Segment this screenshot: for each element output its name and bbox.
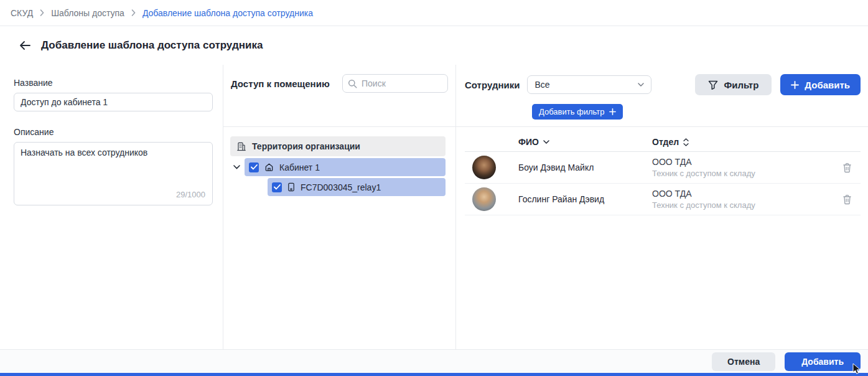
room-search bbox=[342, 74, 448, 93]
avatar bbox=[472, 187, 496, 211]
employee-row[interactable]: Боуи Дэвид Майкл ООО ТДА Техник с доступ… bbox=[465, 152, 861, 184]
trash-icon bbox=[842, 162, 852, 173]
breadcrumb-item-current: Добавление шаблона доступа сотрудника bbox=[142, 8, 313, 18]
bottom-accent-bar bbox=[0, 373, 868, 376]
employees-filter-select[interactable]: Все bbox=[527, 75, 651, 94]
tree-node-label: Кабинет 1 bbox=[279, 162, 320, 172]
page-header: Добавление шаблона доступа сотрудника bbox=[0, 26, 868, 65]
add-filter-button[interactable]: Добавить фильтр bbox=[532, 104, 623, 120]
add-filter-button-label: Добавить фильтр bbox=[539, 107, 605, 116]
device-checkbox[interactable] bbox=[272, 182, 282, 192]
cancel-button[interactable]: Отмена bbox=[712, 352, 775, 371]
char-counter: 29/1000 bbox=[176, 190, 205, 199]
employees-header: Сотрудники Все Фильтр bbox=[456, 65, 868, 127]
employees-title: Сотрудники bbox=[465, 80, 520, 90]
employee-name: Боуи Дэвид Майкл bbox=[518, 162, 652, 172]
add-employee-button[interactable]: Добавить bbox=[780, 74, 861, 95]
breadcrumb-item-skud[interactable]: СКУД bbox=[11, 8, 33, 18]
tree-root-territory[interactable]: Территория организации bbox=[230, 136, 446, 156]
search-icon bbox=[348, 79, 357, 88]
page-title: Добавление шаблона доступа сотрудника bbox=[41, 39, 263, 52]
funnel-icon bbox=[708, 80, 718, 90]
select-value: Все bbox=[534, 80, 549, 90]
room-checkbox[interactable] bbox=[249, 162, 259, 172]
avatar bbox=[472, 156, 496, 179]
employee-position: Техник с доступом к складу bbox=[652, 169, 833, 178]
room-access-title: Доступ к помещению bbox=[231, 78, 330, 89]
device-icon bbox=[287, 182, 295, 192]
column-header-department[interactable]: Отдел bbox=[652, 137, 833, 147]
employee-organization: ООО ТДА bbox=[652, 189, 833, 199]
employee-department: ООО ТДА Техник с доступом к складу bbox=[652, 189, 833, 210]
tree-node-device[interactable]: FC7D003045_relay1 bbox=[268, 178, 446, 196]
sort-down-icon bbox=[543, 140, 549, 144]
trash-icon bbox=[842, 194, 852, 205]
add-employee-button-label: Добавить bbox=[805, 80, 850, 90]
plus-icon bbox=[609, 108, 616, 115]
description-label: Описание bbox=[14, 127, 213, 137]
delete-employee-button[interactable] bbox=[833, 194, 861, 205]
description-field: Назначать на всех сотрудников 29/1000 bbox=[14, 142, 213, 205]
chevron-down-icon bbox=[233, 165, 240, 169]
back-button[interactable] bbox=[18, 39, 32, 52]
name-input[interactable] bbox=[14, 93, 213, 111]
room-access-header: Доступ к помещению bbox=[223, 65, 455, 127]
room-access-panel: Доступ к помещению Территория организаци… bbox=[223, 65, 456, 349]
employee-name: Гослинг Райан Дэвид bbox=[518, 194, 652, 204]
app-window: СКУД Шаблоны доступа Добавление шаблона … bbox=[0, 0, 868, 376]
employee-row[interactable]: Гослинг Райан Дэвид ООО ТДА Техник с дос… bbox=[465, 184, 861, 215]
tree-root-label: Территория организации bbox=[252, 141, 360, 151]
plus-icon bbox=[791, 81, 799, 89]
breadcrumb-item-templates[interactable]: Шаблоны доступа bbox=[51, 8, 124, 18]
column-header-name[interactable]: ФИО bbox=[518, 137, 652, 147]
name-label: Название bbox=[14, 78, 213, 88]
sort-both-icon bbox=[683, 138, 689, 146]
tree-row: FC7D003045_relay1 bbox=[230, 178, 446, 196]
room-tree: Территория организации bbox=[223, 127, 455, 196]
submit-button[interactable]: Добавить bbox=[785, 352, 861, 371]
tree-row: Кабинет 1 bbox=[230, 158, 446, 176]
chevron-right-icon bbox=[131, 9, 136, 16]
employees-table: ФИО Отдел Боуи Дэвид М bbox=[456, 127, 868, 215]
arrow-left-icon bbox=[19, 40, 30, 50]
breadcrumb: СКУД Шаблоны доступа Добавление шаблона … bbox=[0, 0, 868, 26]
employee-department: ООО ТДА Техник с доступом к складу bbox=[652, 157, 833, 178]
filter-button[interactable]: Фильтр bbox=[695, 74, 772, 95]
footer-actions: Отмена Добавить bbox=[0, 349, 868, 373]
tree-node-label: FC7D003045_relay1 bbox=[301, 182, 381, 192]
room-search-input[interactable] bbox=[342, 74, 448, 93]
employees-table-header: ФИО Отдел bbox=[465, 133, 861, 152]
tree-collapse-toggle[interactable] bbox=[231, 165, 245, 169]
filter-button-label: Фильтр bbox=[724, 80, 758, 90]
home-icon bbox=[264, 162, 274, 172]
chevron-down-icon bbox=[638, 83, 644, 87]
employee-organization: ООО ТДА bbox=[652, 157, 833, 167]
tree-node-room[interactable]: Кабинет 1 bbox=[245, 158, 446, 176]
building-icon bbox=[236, 141, 246, 151]
template-form-panel: Название Описание Назначать на всех сотр… bbox=[0, 65, 223, 349]
employees-panel: Сотрудники Все Фильтр bbox=[456, 65, 868, 349]
delete-employee-button[interactable] bbox=[833, 162, 861, 173]
employee-position: Техник с доступом к складу bbox=[652, 200, 833, 210]
main-content: Название Описание Назначать на всех сотр… bbox=[0, 65, 868, 349]
chevron-right-icon bbox=[40, 9, 44, 16]
column-name-label: ФИО bbox=[518, 137, 539, 147]
column-department-label: Отдел bbox=[652, 137, 679, 147]
